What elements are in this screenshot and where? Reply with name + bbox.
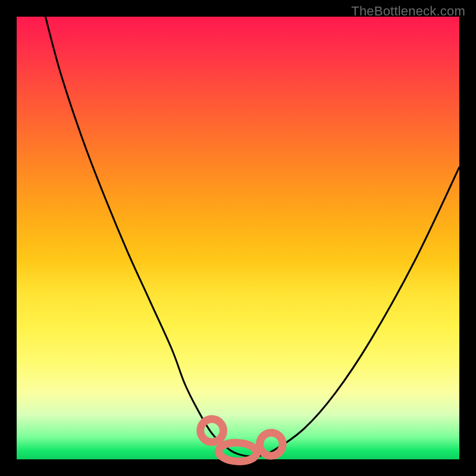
plot-area — [17, 17, 459, 459]
chart-frame: TheBottleneck.com — [0, 0, 476, 476]
curve-layer — [17, 17, 459, 459]
mark-ring-1 — [218, 441, 257, 462]
bottleneck-curve — [45, 17, 459, 456]
watermark-text: TheBottleneck.com — [351, 4, 465, 19]
